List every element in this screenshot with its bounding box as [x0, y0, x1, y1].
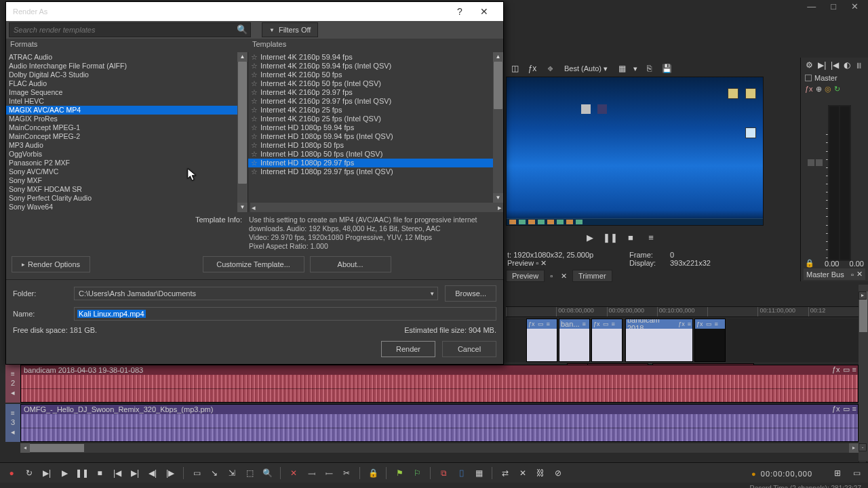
prev-icon[interactable]: ▶| — [818, 60, 826, 70]
timeline-horizontal-scrollbar[interactable]: ◂▸ — [20, 443, 859, 453]
template-item[interactable]: ☆Internet 4K 2160p 25 fps (Intel QSV) — [248, 115, 503, 123]
format-item[interactable]: ATRAC Audio — [6, 53, 248, 62]
loop-icon[interactable]: ↻ — [834, 85, 840, 94]
settings-icon[interactable]: ▭ — [850, 467, 863, 479]
trim-icon[interactable]: ⟞ — [305, 467, 317, 479]
tool-icon[interactable]: ↘ — [208, 467, 220, 479]
audio-clip[interactable]: bandicam 2018-04-03 19-38-01-083ƒx▭≡ — [20, 365, 859, 403]
chevron-left-icon[interactable]: ◂ — [11, 428, 15, 436]
fx-icon[interactable]: ƒx — [832, 365, 840, 374]
win-close[interactable]: ✕ — [851, 1, 859, 15]
normal-edit-icon[interactable]: ▭ — [191, 467, 203, 479]
autocross-icon[interactable]: ✕ — [517, 467, 529, 479]
filters-button[interactable]: ▼Filters Off — [262, 22, 318, 37]
sliders-icon[interactable]: ⫼ — [855, 60, 863, 70]
go-start-button[interactable]: |◀ — [111, 467, 123, 479]
customize-template-button[interactable]: Customize Template... — [203, 256, 304, 272]
formats-list[interactable]: ATRAC AudioAudio Interchange File Format… — [6, 52, 248, 212]
add-track-icon[interactable]: ⊞ — [831, 467, 844, 479]
star-icon[interactable]: ☆ — [251, 106, 258, 115]
stop-button[interactable]: ■ — [625, 232, 636, 243]
format-item[interactable]: MainConcept MPEG-1 — [6, 123, 248, 132]
delete-icon[interactable]: ✕ — [288, 467, 300, 479]
cancel-button[interactable]: Cancel — [442, 341, 496, 357]
menu-button[interactable]: ≡ — [646, 232, 656, 243]
prev-frame-button[interactable]: ◀| — [146, 467, 159, 479]
save-icon[interactable]: 💾 — [660, 62, 673, 75]
insert-icon[interactable]: ⊕ — [816, 85, 822, 94]
env-icon[interactable]: ▭ — [843, 365, 850, 374]
star-icon[interactable]: ☆ — [251, 141, 258, 150]
fx-icon[interactable]: ƒx — [805, 85, 813, 94]
render-options-button[interactable]: Render Options — [12, 256, 90, 272]
ring-icon[interactable]: ◎ — [825, 85, 831, 94]
format-item[interactable]: MAGIX ProRes — [6, 115, 248, 123]
autoripple-icon[interactable]: ⇄ — [499, 467, 511, 479]
undock-icon[interactable]: ▫ — [851, 270, 854, 279]
template-item[interactable]: ☆Internet HD 1080p 29.97 fps (Intel QSV) — [248, 167, 503, 176]
split-icon[interactable]: ◫ — [509, 62, 521, 75]
close-button[interactable]: ✕ — [472, 6, 496, 17]
star-icon[interactable]: ☆ — [251, 62, 258, 70]
format-item[interactable]: Sony Perfect Clarity Audio — [6, 194, 248, 203]
marker-icon[interactable]: ⚑ — [393, 467, 406, 479]
help-button[interactable]: ? — [448, 6, 472, 17]
star-icon[interactable]: ☆ — [251, 167, 258, 176]
timeline-ruler[interactable]: 00:08:00,00000:09:00,00000:10:00,00000:1… — [506, 306, 859, 317]
trim-icon[interactable]: ⟝ — [323, 467, 335, 479]
search-icon[interactable]: 🔍 — [237, 24, 248, 35]
go-end-button[interactable]: ▶| — [129, 467, 141, 479]
template-item[interactable]: ☆Internet HD 1080p 59.94 fps (Intel QSV) — [248, 132, 503, 141]
win-maximize[interactable]: □ — [831, 1, 836, 15]
about-button[interactable]: About... — [310, 256, 391, 272]
scrollbar[interactable]: ▲▼ ◂▸ — [493, 52, 503, 212]
record-button[interactable]: ● — [5, 467, 18, 479]
link-icon[interactable]: ⛓ — [534, 467, 547, 479]
star-icon[interactable]: ☆ — [251, 88, 258, 97]
fx-icon[interactable]: ƒx — [832, 405, 840, 413]
search-input[interactable]: 🔍 — [9, 22, 251, 37]
lock-icon[interactable]: 🔒 — [367, 467, 379, 479]
play-button[interactable]: ▶ — [585, 232, 595, 243]
format-item[interactable]: MAGIX AVC/AAC MP4 — [6, 106, 248, 115]
gear-icon[interactable]: ⚙ — [806, 60, 813, 70]
template-item[interactable]: ☆Internet HD 1080p 29.97 fps — [248, 159, 503, 167]
next-icon[interactable]: |◀ — [831, 60, 839, 70]
win-minimize[interactable]: — — [807, 1, 816, 15]
snap-icon[interactable]: ⧉ — [437, 467, 450, 479]
format-item[interactable]: MainConcept MPEG-2 — [6, 132, 248, 141]
region-icon[interactable]: ⚐ — [411, 467, 423, 479]
fx-icon[interactable]: ƒx — [526, 62, 538, 75]
format-item[interactable]: MP3 Audio — [6, 141, 248, 150]
play-start-button[interactable]: ▶| — [41, 467, 53, 479]
menu-icon[interactable]: ≡ — [852, 365, 856, 374]
browse-button[interactable]: Browse... — [445, 285, 496, 302]
out-icon[interactable]: ⎆ — [544, 62, 556, 75]
star-icon[interactable]: ☆ — [251, 79, 258, 88]
format-item[interactable]: Audio Interchange File Format (AIFF) — [6, 62, 248, 70]
video-clip[interactable]: ƒx▭≡ — [526, 319, 557, 362]
close-icon[interactable]: ✕ — [558, 272, 570, 281]
fx-icon[interactable]: ƒx — [528, 321, 535, 327]
grid-icon[interactable]: ▦ — [616, 62, 628, 75]
format-item[interactable]: Sony XAVC / XAVC S — [6, 211, 248, 212]
scrollbar[interactable]: ▲▼ — [237, 52, 248, 212]
video-clip[interactable]: ban...≡ — [559, 319, 590, 362]
render-button[interactable]: Render — [381, 341, 435, 357]
template-item[interactable]: ☆Internet 4K 2160p 59.94 fps — [248, 53, 503, 62]
quality-dropdown[interactable]: Best (Auto) ▾ — [561, 64, 610, 73]
format-item[interactable]: Image Sequence — [6, 88, 248, 97]
star-icon[interactable]: ☆ — [251, 159, 258, 167]
play-button[interactable]: ▶ — [58, 467, 71, 479]
format-item[interactable]: Sony AVC/MVC — [6, 167, 248, 176]
template-item[interactable]: ☆Internet 4K 2160p 50 fps (Intel QSV) — [248, 79, 503, 88]
tool-icon[interactable]: ⇲ — [226, 467, 238, 479]
format-item[interactable]: Intel HEVC — [6, 97, 248, 106]
filename-input[interactable]: Kali Linux.mp4.mp4 — [74, 307, 496, 321]
format-item[interactable]: Sony MXF HDCAM SR — [6, 185, 248, 194]
ignore-icon[interactable]: ⊘ — [552, 467, 564, 479]
undock-icon[interactable]: ▫ — [547, 272, 555, 280]
split-icon[interactable]: ✂ — [340, 467, 353, 479]
star-icon[interactable]: ☆ — [251, 53, 258, 62]
template-item[interactable]: ☆Internet 4K 2160p 29.97 fps (Intel QSV) — [248, 97, 503, 106]
